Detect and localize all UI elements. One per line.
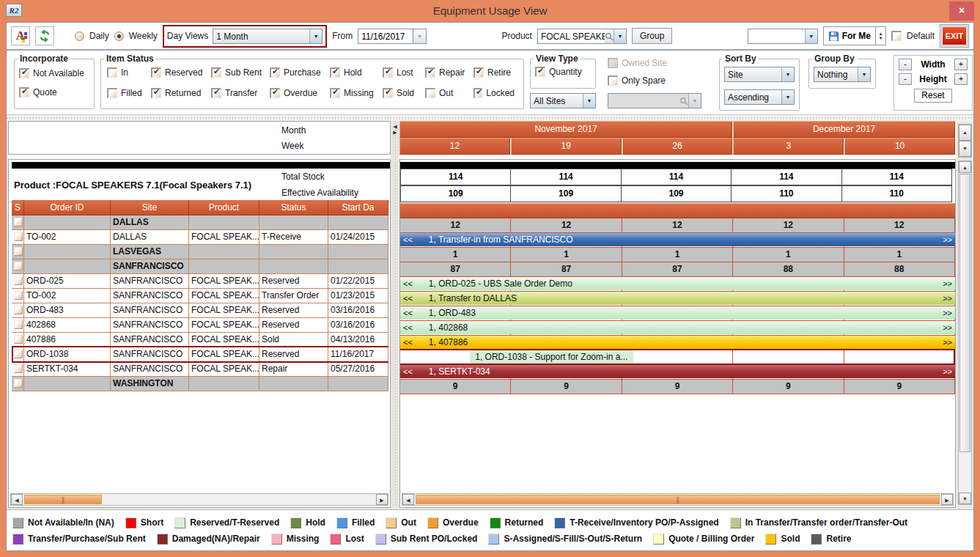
row-select-button[interactable] (14, 379, 23, 388)
status-r2-1-checkbox[interactable] (151, 88, 161, 98)
timeline-group-row[interactable]: 99999 (400, 380, 955, 394)
status-r1-0[interactable]: In (107, 67, 151, 78)
order-row-selected[interactable]: ORD-1038SANFRANCISCOFOCAL SPEAK...Reserv… (12, 347, 388, 362)
group-button[interactable]: Group (632, 28, 672, 44)
column-header-status[interactable]: Status (259, 200, 328, 215)
status-r1-7-checkbox[interactable] (474, 67, 484, 78)
sort-direction-dropdown-icon[interactable]: ▼ (781, 90, 794, 104)
order-row[interactable]: TO-002DALLASFOCAL SPEAK...T-Receive01/24… (12, 230, 388, 245)
row-select-button[interactable] (14, 262, 23, 270)
right-horizontal-scrollbar[interactable]: ◀ ∥ ▶ (402, 493, 954, 506)
all-sites-select[interactable]: All Sites ▼ (530, 93, 596, 108)
column-header-product[interactable]: Product (189, 200, 259, 215)
column-header-s[interactable]: S (12, 200, 24, 215)
order-row[interactable]: TO-002SANFRANCISCOFOCAL SPEAK...Transfer… (12, 289, 388, 303)
group-by-dropdown-icon[interactable]: ▼ (858, 67, 870, 81)
save-for-me-button[interactable]: For Me (824, 27, 875, 45)
status-r2-5-checkbox[interactable] (383, 88, 393, 98)
usage-bar[interactable]: <<1, Transfer-in from SANFRANCISCO>> (400, 233, 955, 246)
status-r2-0[interactable]: Filled (107, 88, 151, 98)
saved-view-combo[interactable]: ▼ (748, 29, 818, 44)
row-select-button[interactable] (14, 276, 23, 285)
vscroll-thumb[interactable] (959, 174, 970, 452)
status-r1-3-checkbox[interactable] (270, 67, 280, 78)
from-date-dropdown-icon[interactable]: ▼ (413, 29, 427, 44)
order-row[interactable]: ORD-025SANFRANCISCOFOCAL SPEAK...Reserve… (12, 274, 388, 289)
product-combo[interactable]: FOCAL SPEAKE ▼ (537, 29, 627, 44)
order-row[interactable]: 402868SANFRANCISCOFOCAL SPEAK...Reserved… (12, 318, 388, 333)
search-icon[interactable] (605, 32, 614, 41)
row-select-button[interactable] (14, 350, 23, 358)
scroll-right-icon[interactable]: ▶ (941, 494, 953, 505)
status-r1-6-checkbox[interactable] (425, 67, 435, 78)
row-select-button[interactable] (14, 218, 23, 226)
format-button[interactable]: A (11, 26, 30, 45)
left-horizontal-scrollbar[interactable]: ◀ ∥ ▶ (10, 493, 388, 506)
status-r2-2[interactable]: Transfer (211, 88, 270, 98)
site-group-row[interactable]: DALLAS (12, 215, 388, 230)
day-views-select[interactable]: 1 Month ▼ (213, 29, 323, 44)
height-minus-button[interactable]: - (899, 73, 912, 85)
chevron-down-icon[interactable]: ▼ (309, 29, 322, 43)
row-select-button[interactable] (14, 320, 23, 329)
quantity-checkbox[interactable] (535, 67, 545, 77)
daily-radio[interactable] (75, 32, 84, 41)
status-r1-2-checkbox[interactable] (211, 67, 221, 78)
status-r2-4[interactable]: Missing (330, 88, 383, 98)
refresh-button[interactable] (35, 26, 54, 45)
incorporate-0-checkbox[interactable] (19, 68, 29, 78)
column-header-site[interactable]: Site (111, 200, 189, 215)
group-by-select[interactable]: Nothing ▼ (814, 67, 871, 82)
status-r2-6[interactable]: Out (425, 88, 474, 98)
saved-view-dropdown-icon[interactable]: ▼ (805, 29, 817, 43)
all-sites-dropdown-icon[interactable]: ▼ (583, 94, 595, 108)
timeline-row[interactable]: <<1, ORD-483>> (400, 306, 955, 321)
status-r2-5[interactable]: Sold (383, 88, 425, 98)
scroll-down-icon[interactable]: ▼ (959, 141, 971, 157)
usage-bar[interactable]: <<1, Transfer to DALLAS>> (400, 292, 955, 305)
status-r1-4-checkbox[interactable] (330, 67, 340, 78)
timeline-group-row[interactable]: 11111 (400, 248, 955, 262)
sort-field-select[interactable]: Site ▼ (724, 67, 795, 82)
row-select-button[interactable] (14, 232, 23, 241)
usage-bar[interactable]: <<1, ORD-483>> (400, 306, 955, 320)
timeline-row[interactable]: <<1, Transfer to DALLAS>> (400, 292, 955, 306)
order-row[interactable]: 407886SANFRANCISCOFOCAL SPEAK...Sold04/1… (12, 333, 388, 347)
scroll-up-icon[interactable]: ▲ (959, 125, 971, 141)
row-select-button[interactable] (14, 335, 23, 344)
status-r2-2-checkbox[interactable] (211, 88, 221, 98)
status-r2-1[interactable]: Returned (151, 88, 211, 98)
status-r1-2[interactable]: Sub Rent (211, 67, 270, 78)
scroll-left-icon[interactable]: ◀ (11, 494, 23, 505)
height-plus-button[interactable]: + (954, 73, 968, 85)
status-r2-3[interactable]: Overdue (270, 88, 330, 98)
timeline-row[interactable]: <<1, 402868>> (400, 321, 955, 336)
scroll-left-icon[interactable]: ◀ (402, 494, 414, 505)
row-select-button[interactable] (14, 247, 23, 256)
timeline-row[interactable]: <<1, Transfer-in from SANFRANCISCO>> (400, 233, 955, 248)
row-select-button[interactable] (14, 364, 23, 373)
status-r1-3[interactable]: Purchase (270, 67, 330, 78)
body-vertical-scrollbar[interactable]: ▲ ▼ (958, 161, 972, 505)
status-r1-5-checkbox[interactable] (383, 67, 393, 78)
close-button[interactable]: × (949, 1, 974, 21)
timeline-row[interactable]: <<1, 407886>> (400, 336, 955, 350)
width-minus-button[interactable]: - (899, 59, 912, 70)
status-r1-4[interactable]: Hold (330, 67, 383, 78)
usage-bar[interactable]: <<1, ORD-025 - UBS Sale Order Demo>> (400, 277, 955, 290)
row-select-button[interactable] (14, 291, 23, 300)
site-group-row[interactable]: WASHINGTON (12, 377, 388, 391)
status-r1-0-checkbox[interactable] (107, 67, 117, 78)
column-header-start-da[interactable]: Start Da (328, 200, 388, 215)
status-r1-1[interactable]: Reserved (151, 67, 211, 78)
incorporate-1[interactable]: Quote (19, 87, 94, 97)
status-r1-1-checkbox[interactable] (151, 67, 161, 78)
status-r1-5[interactable]: Lost (383, 67, 425, 78)
width-plus-button[interactable]: + (954, 59, 968, 70)
sort-direction-select[interactable]: Ascending ▼ (724, 89, 795, 105)
order-row[interactable]: SERTKT-034SANFRANCISCOFOCAL SPEAK...Repa… (12, 362, 388, 377)
status-r1-7[interactable]: Retire (474, 67, 515, 78)
left-hscroll-thumb[interactable]: ∥ (24, 495, 102, 504)
incorporate-0[interactable]: Not Available (19, 68, 94, 78)
usage-bar[interactable]: <<1, 407886>> (400, 336, 955, 349)
